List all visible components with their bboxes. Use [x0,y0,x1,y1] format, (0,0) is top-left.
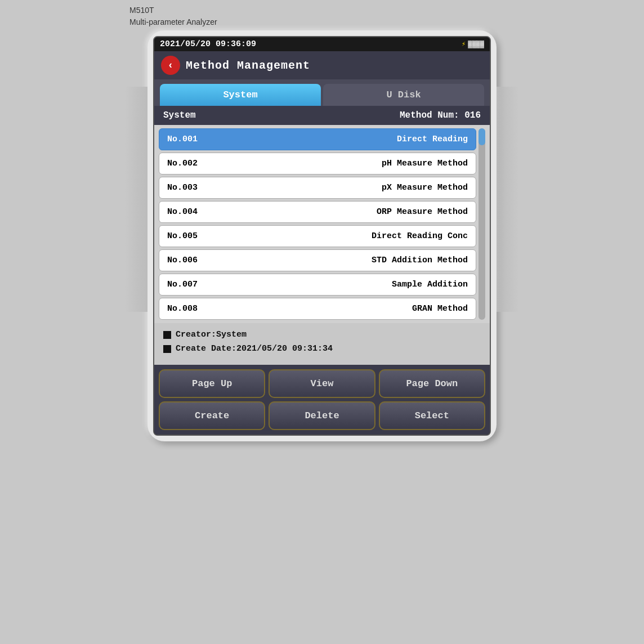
list-container: No.001Direct ReadingNo.002pH Measure Met… [154,125,490,323]
creator-line: Creator:System [163,330,481,339]
list-item-name: pX Measure Method [382,183,468,193]
battery-bars: ▓▓▓▓ [468,41,484,48]
device-model: M510T [129,5,217,16]
list-item-name: Direct Reading Conc [372,231,468,241]
side-shadow-right [497,87,519,312]
info-section: Creator:System Create Date:2021/05/20 09… [154,323,490,365]
list-item-num: No.008 [167,304,204,314]
list-item-num: No.004 [167,207,204,217]
page-down-button[interactable]: Page Down [379,369,485,398]
list-items: No.001Direct ReadingNo.002pH Measure Met… [159,128,476,320]
device-label: M510T Multi-parameter Analyzer [129,5,217,28]
create-button[interactable]: Create [159,401,265,430]
side-shadow-left [125,87,147,312]
tab-system[interactable]: System [160,84,321,106]
create-date-text: Create Date:2021/05/20 09:31:34 [176,344,333,354]
list-item[interactable]: No.004ORP Measure Method [159,201,476,223]
list-item-num: No.006 [167,256,204,265]
list-item[interactable]: No.005Direct Reading Conc [159,225,476,247]
creator-text: Creator:System [176,330,247,339]
list-item-name: Sample Addition [392,280,468,289]
list-item[interactable]: No.003pX Measure Method [159,177,476,199]
lightning-icon: ⚡ [462,40,466,48]
delete-button[interactable]: Delete [269,401,375,430]
back-icon: ‹ [168,60,174,71]
list-item-num: No.005 [167,231,204,241]
tab-udisk[interactable]: U Disk [323,84,484,106]
btn-row-2: Create Delete Select [159,401,485,430]
list-item-name: pH Measure Method [382,159,468,168]
battery-icon: ⚡ ▓▓▓▓ [462,40,484,48]
back-button[interactable]: ‹ [161,56,180,75]
scrollbar-thumb [478,128,485,145]
info-bar: System Method Num: 016 [154,106,490,125]
list-item-name: ORP Measure Method [377,207,468,217]
list-item-num: No.003 [167,183,204,193]
tab-system-label: System [223,90,257,100]
scrollbar[interactable] [478,128,485,320]
list-item-num: No.001 [167,135,204,144]
btn-row-1: Page Up View Page Down [159,369,485,398]
device-body: 2021/05/20 09:36:09 ⚡ ▓▓▓▓ ‹ Method Mana… [147,30,497,441]
device-type: Multi-parameter Analyzer [129,16,217,28]
view-button[interactable]: View [269,369,375,398]
list-item[interactable]: No.001Direct Reading [159,128,476,150]
bottom-buttons: Page Up View Page Down Create Delete Sel… [154,365,490,435]
create-date-square-icon [163,345,171,353]
create-date-line: Create Date:2021/05/20 09:31:34 [163,344,481,354]
header-bar: ‹ Method Management [154,51,490,79]
creator-square-icon [163,331,171,339]
info-source: System [163,110,196,120]
list-item[interactable]: No.006STD Addition Method [159,249,476,271]
tab-udisk-label: U Disk [386,90,421,100]
screen: 2021/05/20 09:36:09 ⚡ ▓▓▓▓ ‹ Method Mana… [153,36,491,436]
list-item[interactable]: No.002pH Measure Method [159,153,476,175]
info-method-num: Method Num: 016 [400,110,481,120]
list-item[interactable]: No.008GRAN Method [159,298,476,320]
datetime: 2021/05/20 09:36:09 [160,39,256,49]
list-item-name: STD Addition Method [372,256,468,265]
list-item-name: GRAN Method [412,304,468,314]
tab-bar: System U Disk [154,79,490,106]
status-bar: 2021/05/20 09:36:09 ⚡ ▓▓▓▓ [154,37,490,51]
list-item-num: No.002 [167,159,204,168]
list-item-num: No.007 [167,280,204,289]
select-button[interactable]: Select [379,401,485,430]
page-up-button[interactable]: Page Up [159,369,265,398]
header-title: Method Management [186,59,310,72]
list-item[interactable]: No.007Sample Addition [159,274,476,296]
list-item-name: Direct Reading [397,135,468,144]
